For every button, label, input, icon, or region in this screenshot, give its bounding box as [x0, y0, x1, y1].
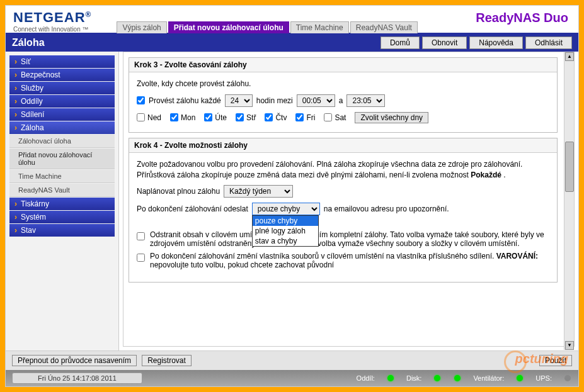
send-post-label: na emailovou adresu pro upozornění. — [324, 204, 449, 213]
and-label: a — [339, 96, 343, 105]
day-ctv-checkbox[interactable] — [265, 113, 273, 121]
send-option-status-errors[interactable]: stav a chyby — [253, 236, 318, 246]
timestamp: Fri Úno 25 14:17:08 2011 — [12, 372, 142, 384]
day-str-label: Stř — [246, 113, 256, 122]
every-label: Provést zálohu každé — [149, 96, 221, 105]
send-dropdown-list[interactable]: pouze chyby plné logy záloh stav a chyby — [252, 215, 319, 247]
day-ned-checkbox[interactable] — [137, 113, 145, 121]
step4-description: Zvolte požadovanou volbu pro provedení z… — [137, 159, 549, 181]
send-pre-label: Po dokončení zálohování odeslat — [137, 204, 248, 213]
step3-section: Krok 3 - Zvolte časování zálohy Zvolte, … — [129, 57, 558, 133]
help-button[interactable]: Nápověda — [469, 36, 523, 49]
content-area: Krok 3 - Zvolte časování zálohy Zvolte, … — [119, 52, 578, 350]
tab-readynas-vault[interactable]: ReadyNAS Vault — [350, 21, 418, 33]
status-bar: Fri Úno 25 14:17:08 2011 Oddíl: Disk: Ve… — [6, 370, 578, 386]
send-option-errors-only[interactable]: pouze chyby — [253, 216, 318, 226]
day-sat-checkbox[interactable] — [324, 113, 332, 121]
ups-led — [564, 375, 571, 381]
full-backup-schedule-select[interactable]: Každý týden — [224, 185, 293, 198]
plan-label: Naplánovat plnou zálohu — [137, 187, 220, 196]
scroll-area[interactable]: Krok 3 - Zvolte časování zálohy Zvolte, … — [123, 52, 575, 347]
nav-sub-backup-job[interactable]: Zálohovací úloha — [9, 135, 115, 148]
refresh-button[interactable]: Obnovit — [422, 36, 467, 49]
nav-status[interactable]: Stav — [9, 224, 115, 237]
nav-network[interactable]: Síť — [9, 55, 115, 68]
brand-logo: NETGEAR® Connect with Innovation ™ — [13, 9, 91, 33]
nav-backup[interactable]: Záloha — [9, 121, 115, 134]
nav-services[interactable]: Služby — [9, 82, 115, 94]
time-from-select[interactable]: 00:05 — [297, 94, 335, 107]
apply-button[interactable]: Použít — [539, 355, 572, 366]
switch-to-wizard-button[interactable]: Přepnout do průvodce nasavením — [12, 355, 137, 366]
status-volume-label: Oddíl: — [357, 374, 375, 382]
day-fri-label: Fri — [306, 113, 315, 122]
tab-add-backup-job[interactable]: Přidat novou zálohovací úlohu — [168, 21, 289, 33]
logout-button[interactable]: Odhlásit — [525, 36, 572, 49]
day-ned-label: Ned — [147, 113, 161, 122]
home-button[interactable]: Domů — [381, 36, 420, 49]
disk-led-1 — [434, 375, 440, 381]
sidebar: Síť Bezpečnost Služby Oddíly Sdílení Zál… — [6, 52, 119, 350]
status-disk-label: Disk: — [406, 374, 421, 382]
tab-time-machine[interactable]: Time Machine — [290, 21, 349, 33]
select-all-days-button[interactable]: Zvolit všechny dny — [355, 112, 428, 123]
day-ute-label: Úte — [215, 113, 227, 122]
change-owner-text: Po dokončení zálohování změní vlastníka … — [150, 252, 549, 269]
step3-title: Krok 3 - Zvolte časování zálohy — [129, 58, 557, 72]
footer-bar: Přepnout do průvodce nasavením Registrov… — [6, 350, 578, 370]
register-button[interactable]: Registrovat — [142, 355, 192, 366]
day-sat-label: Sat — [335, 113, 346, 122]
nav-sub-time-machine[interactable]: Time Machine — [9, 170, 115, 183]
day-str-checkbox[interactable] — [236, 113, 244, 121]
nav-volumes[interactable]: Oddíly — [9, 95, 115, 108]
disk-led-2 — [454, 375, 461, 381]
step3-intro: Zvolte, kdy chcete provést zálohu. — [137, 79, 549, 89]
main-tabs: Výpis záloh Přidat novou zálohovací úloh… — [117, 21, 417, 33]
scroll-up-arrow[interactable]: ▲ — [565, 52, 574, 61]
status-fan-label: Ventilátor: — [473, 374, 504, 382]
day-ctv-label: Čtv — [275, 113, 287, 122]
page-title: Záloha — [12, 37, 378, 48]
vertical-scrollbar[interactable]: ▲ ▼ — [564, 52, 574, 350]
nav-sub-add-backup[interactable]: Přidat novou zálohovací úlohu — [9, 148, 115, 169]
product-name: ReadyNAS Duo — [476, 11, 568, 25]
subheader: Záloha Domů Obnovit Nápověda Odhlásit — [6, 34, 578, 52]
day-mon-label: Mon — [181, 113, 195, 122]
day-fri-checkbox[interactable] — [295, 113, 304, 121]
scroll-down-arrow[interactable]: ▼ — [565, 341, 574, 350]
day-mon-checkbox[interactable] — [170, 113, 178, 121]
status-ups-label: UPS: — [535, 374, 552, 382]
nav-sub-readynas-vault[interactable]: ReadyNAS Vault — [9, 184, 115, 197]
day-ute-checkbox[interactable] — [204, 113, 212, 121]
nav-security[interactable]: Bezpečnost — [9, 69, 115, 81]
delete-target-text: Odstranit obsah v cílovém umístění před … — [150, 230, 549, 248]
scroll-thumb[interactable] — [565, 142, 574, 192]
perform-backup-checkbox[interactable] — [137, 96, 145, 104]
change-owner-checkbox[interactable] — [137, 254, 145, 262]
interval-select[interactable]: 24 — [225, 94, 253, 107]
time-to-select[interactable]: 23:05 — [346, 94, 385, 107]
header: NETGEAR® Connect with Innovation ™ Výpis… — [6, 6, 578, 34]
nav-printers[interactable]: Tiskárny — [9, 198, 115, 210]
send-on-complete-select[interactable]: pouze chyby — [252, 203, 320, 215]
fan-led — [517, 375, 523, 381]
step4-title: Krok 4 - Zvolte možnosti zálohy — [129, 138, 557, 153]
nav-shares[interactable]: Sdílení — [9, 108, 115, 121]
nav-system[interactable]: Systém — [9, 211, 115, 223]
delete-target-checkbox[interactable] — [137, 232, 145, 240]
volume-led — [387, 375, 394, 381]
step4-section: Krok 4 - Zvolte možnosti zálohy Zvolte p… — [129, 138, 558, 283]
hours-between-label: hodin mezi — [256, 96, 293, 105]
tab-backup-list[interactable]: Výpis záloh — [117, 21, 166, 33]
send-option-full-logs[interactable]: plné logy záloh — [253, 226, 318, 236]
